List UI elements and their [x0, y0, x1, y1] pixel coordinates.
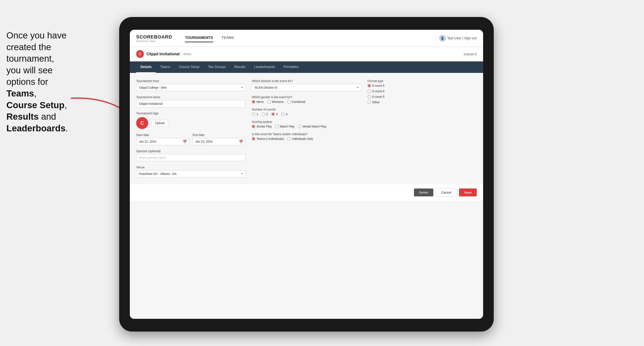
calendar-icon: 📅 [183, 140, 187, 144]
gender-womens[interactable]: Womens [267, 100, 284, 104]
sponsor-input[interactable] [136, 154, 246, 161]
scoring-label: Scoring system [252, 120, 361, 124]
rounds-3-radio[interactable] [271, 112, 275, 116]
gender-womens-label: Womens [272, 100, 284, 104]
rounds-4-radio[interactable] [281, 112, 284, 116]
rounds-4-label: 4 [286, 112, 288, 116]
scoring-medal-match[interactable]: Medal Match Play [298, 125, 326, 128]
rounds-2[interactable]: 2 [262, 112, 268, 116]
format-label: Format type [368, 79, 477, 83]
logo-label: Tournament logo [136, 112, 246, 115]
teams-plus-individuals[interactable]: Teams (+Individuals) [252, 137, 284, 141]
rounds-4[interactable]: 4 [281, 112, 288, 116]
format-5count4[interactable]: 5 count 4 [368, 84, 477, 87]
format-6count5-label: 6 count 5 [372, 95, 384, 98]
format-6count4[interactable]: 6 count 4 [368, 89, 477, 93]
tournament-name-input[interactable] [136, 100, 246, 107]
upload-button[interactable]: Upload [152, 120, 168, 126]
gender-group: Which gender is the event for? Mens Wome… [252, 95, 361, 104]
format-6count5-radio[interactable] [368, 95, 371, 98]
scoring-match-radio[interactable] [275, 125, 278, 128]
division-select[interactable]: NCAA Division III [252, 84, 361, 91]
dates-row: Start date 📅 End date 📅 [136, 133, 246, 145]
nav-teams[interactable]: TEAMS [222, 34, 234, 42]
gender-combined-label: Combined [292, 100, 306, 104]
rounds-1-radio[interactable] [252, 112, 255, 116]
host-select[interactable]: Clippd College - Men [136, 84, 246, 91]
tournament-header: C Clippd Invitational (Men) Cancel X [130, 47, 483, 61]
tab-details[interactable]: Details [136, 61, 156, 73]
start-date-group: Start date 📅 [136, 133, 189, 145]
tab-leaderboards[interactable]: Leaderboards [250, 61, 280, 73]
format-other[interactable]: Other [368, 101, 477, 104]
rounds-3[interactable]: 3 [271, 112, 278, 116]
gender-mens[interactable]: Mens [252, 100, 264, 104]
format-6count4-radio[interactable] [368, 89, 371, 93]
tournament-title: C Clippd Invitational (Men) [136, 50, 191, 58]
rounds-2-radio[interactable] [262, 112, 265, 116]
teams-plus-radio[interactable] [252, 137, 255, 141]
tab-printables[interactable]: Printables [279, 61, 303, 73]
save-button[interactable]: Save [459, 188, 477, 196]
top-nav: SCOREBOARD Powered by clippd TOURNAMENTS… [130, 30, 483, 47]
scoring-stroke[interactable]: Stroke Play [252, 125, 272, 128]
cancel-button[interactable]: Cancel X [464, 52, 477, 56]
start-date-label: Start date [136, 133, 189, 137]
scoring-medal-match-radio[interactable] [298, 125, 301, 128]
user-label[interactable]: Test User | Sign out [447, 36, 477, 40]
end-date-input[interactable] [192, 138, 246, 145]
calendar-icon-end: 📅 [239, 140, 243, 144]
user-area: 👤 Test User | Sign out [439, 35, 477, 42]
cancel-footer-button[interactable]: Cancel [436, 188, 456, 197]
gender-combined-radio[interactable] [287, 100, 290, 104]
logo-upload-area: C Upload [136, 117, 246, 129]
logo-title: SCOREBOARD [136, 34, 172, 40]
left-instruction-text: Once you havecreated thetournament,you w… [0, 25, 102, 138]
teams-radio-group: Teams (+Individuals) Individuals Only [252, 137, 361, 141]
tournament-icon: C [136, 50, 144, 58]
form-col-1: Tournament Host Clippd College - Men Tou… [136, 79, 246, 177]
sponsor-group: Sponsor (optional) [136, 149, 246, 161]
rounds-3-label: 3 [276, 112, 278, 116]
tab-course-setup[interactable]: Course Setup [174, 61, 204, 73]
tab-tee-groups[interactable]: Tee Groups [204, 61, 230, 73]
sponsor-label: Sponsor (optional) [136, 149, 246, 153]
delete-button[interactable]: Delete [414, 188, 433, 196]
venue-label: Venue [136, 166, 246, 169]
teams-group: Is this event for Teams and/or Individua… [252, 132, 361, 141]
format-radio-group: 5 count 4 6 count 4 6 count 5 [368, 84, 477, 104]
scoring-stroke-radio[interactable] [252, 125, 255, 128]
format-other-radio[interactable] [368, 101, 371, 104]
scoring-group: Scoring system Stroke Play Match Play [252, 120, 361, 128]
format-6count5[interactable]: 6 count 5 [368, 95, 477, 98]
rounds-1-label: 1 [256, 112, 258, 116]
division-label: Which division is the event for? [252, 79, 361, 83]
form-area: Tournament Host Clippd College - Men Tou… [130, 73, 483, 184]
host-label: Tournament Host [136, 79, 246, 83]
rounds-1[interactable]: 1 [252, 112, 258, 116]
logo-sub: Powered by clippd [136, 40, 172, 42]
nav-tournaments[interactable]: TOURNAMENTS [185, 34, 213, 42]
tablet-frame: SCOREBOARD Powered by clippd TOURNAMENTS… [119, 17, 494, 332]
form-col-3: Format type 5 count 4 6 count 4 [368, 79, 477, 177]
start-date-input[interactable] [136, 138, 189, 145]
form-col-2: Which division is the event for? NCAA Di… [252, 79, 361, 177]
instruction-line: Once you havecreated thetournament,you w… [6, 30, 68, 133]
scoring-radio-group: Stroke Play Match Play Medal Match Play [252, 125, 361, 128]
tournament-name: Clippd Invitational [146, 52, 180, 56]
individuals-only[interactable]: Individuals Only [287, 137, 313, 141]
format-5count4-radio[interactable] [368, 84, 371, 87]
tab-results[interactable]: Results [230, 61, 250, 73]
venue-select[interactable]: Peachtree GC - Atlanta - GA [136, 170, 246, 177]
format-6count4-label: 6 count 4 [372, 89, 384, 93]
format-5count4-label: 5 count 4 [372, 84, 384, 87]
individuals-only-label: Individuals Only [292, 137, 313, 141]
gender-womens-radio[interactable] [267, 100, 271, 104]
scoring-match[interactable]: Match Play [275, 125, 294, 128]
individuals-only-radio[interactable] [287, 137, 291, 141]
gender-combined[interactable]: Combined [287, 100, 306, 104]
tournament-name-label: Tournament name [136, 95, 246, 99]
gender-mens-radio[interactable] [252, 100, 255, 104]
tab-teams[interactable]: Teams [156, 61, 174, 73]
scoring-medal-match-label: Medal Match Play [303, 125, 326, 128]
